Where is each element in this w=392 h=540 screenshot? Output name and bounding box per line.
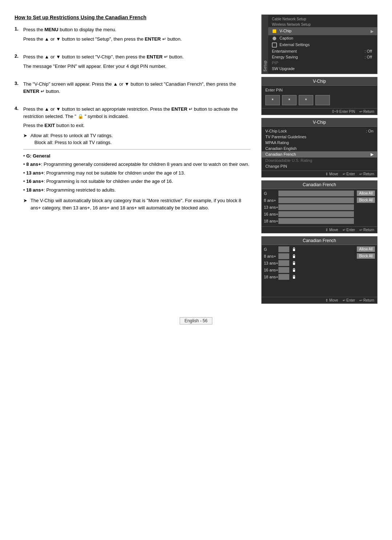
- pin-label: Enter PIN: [262, 86, 377, 94]
- vchip-footer: ⇕ Move ↵ Enter ↩ Return: [262, 171, 377, 177]
- cf2-ratings: G 8 ans+ 13 ans+: [264, 246, 355, 281]
- vchip-note-text: The V-Chip will automatically block any …: [30, 197, 250, 211]
- vchip-cdn-fr-arrow: ▶: [371, 152, 373, 157]
- menu-vchip[interactable]: V-Chip ▶: [268, 27, 377, 35]
- menu-entertainment[interactable]: Entertainment : Off: [268, 48, 377, 54]
- step-4: 4. Press the ▲ or ▼ button to select an …: [15, 106, 250, 213]
- menu-pip[interactable]: PIP: [268, 60, 377, 66]
- vchip-cdn-en[interactable]: Canadian English: [262, 146, 377, 151]
- vchip-mpaa-label: MPAA Rating: [265, 140, 289, 145]
- cf1-footer: ⇕ Move ↵ Enter ↩ Return: [262, 226, 377, 233]
- vchip-tv-label: TV Parental Guidelines: [265, 135, 306, 139]
- allow-all-button[interactable]: Allow All: [357, 191, 375, 196]
- pin-box-3[interactable]: *: [299, 95, 313, 105]
- pin-title: V-Chip: [262, 77, 377, 86]
- svg-rect-2: [272, 43, 277, 47]
- arrow-sym: ➤: [23, 132, 28, 146]
- menu-energy[interactable]: Energy Saving : Off: [268, 54, 377, 60]
- step-4-number: 4.: [15, 106, 20, 213]
- bullet-16: 16 ans+: Programming is not suitable for…: [23, 178, 250, 185]
- step-1-line-2: Press the ▲ or ▼ button to select "Setup…: [23, 36, 250, 43]
- pin-box-1[interactable]: *: [265, 95, 280, 105]
- left-column: How to Set up Restrictions Using the Can…: [15, 15, 261, 304]
- step-4-line-2: Press the EXIT button to exit.: [23, 122, 250, 129]
- menu-pip-label: PIP: [272, 61, 278, 65]
- setup-side-label: Setup: [262, 15, 268, 74]
- menu-caption-label: Caption: [272, 36, 293, 41]
- vchip-lock-label: V-Chip Lock: [265, 129, 287, 133]
- vchip-change-pin-label: Change PIN: [265, 164, 287, 168]
- vchip-move: ⇕ Move: [325, 172, 338, 176]
- vchip-note: ➤ The V-Chip will automatically block an…: [23, 197, 250, 211]
- cf2-row-18[interactable]: 18 ans+: [264, 274, 355, 280]
- setup-panel: Setup Cable Network Setup Wireless Netwo…: [261, 15, 377, 74]
- cf2-label-18: 18 ans+: [264, 275, 278, 279]
- cf2-bar-16: [278, 267, 289, 273]
- cf-panel-1: Canadian French G 8 ans+ 13 ans+: [261, 180, 377, 233]
- vchip-cdn-fr[interactable]: Canadian French ▶: [262, 151, 377, 158]
- lock-icon-18: [292, 275, 296, 279]
- vchip-cdn-fr-label: Canadian French: [265, 152, 296, 157]
- cf2-return: ↩ Return: [359, 298, 374, 302]
- cf2-label-16: 16 ans+: [264, 268, 278, 272]
- divider: [23, 149, 250, 150]
- vchip-title: V-Chip: [262, 118, 377, 127]
- page-footer: English - 56: [15, 318, 377, 323]
- pin-boxes: * * *: [262, 94, 377, 108]
- cf2-label-13: 13 ans+: [264, 261, 278, 265]
- step-3-number: 3.: [15, 81, 20, 97]
- step-1-line-1: Press the MENU button to display the men…: [23, 26, 250, 33]
- menu-entertainment-value: : Off: [364, 49, 372, 53]
- vchip-change-pin[interactable]: Change PIN: [262, 163, 377, 169]
- cf1-row-8[interactable]: 8 ans+: [264, 197, 355, 203]
- vchip-dl[interactable]: Downloadable U.S. Rating: [262, 158, 377, 163]
- menu-external[interactable]: External Settings: [268, 42, 377, 48]
- cf1-row-g[interactable]: G: [264, 191, 355, 196]
- cf2-move: ⇕ Move: [325, 298, 338, 302]
- page-container: How to Set up Restrictions Using the Can…: [15, 15, 377, 304]
- cf1-row-16[interactable]: 16 ans+: [264, 211, 355, 217]
- cf2-row-13[interactable]: 13 ans+: [264, 260, 355, 266]
- arrow-sym-2: ➤: [23, 197, 28, 211]
- menu-sw[interactable]: SW Upgrade: [268, 66, 377, 72]
- cf2-title: Canadian French: [262, 237, 377, 245]
- menu-sw-label: SW Upgrade: [272, 66, 295, 71]
- menu-cable-label: Cable Network Setup: [272, 17, 306, 21]
- cf1-bar-13: [278, 204, 354, 210]
- cf2-row-16[interactable]: 16 ans+: [264, 267, 355, 273]
- cf2-buttons: Allow All Block All: [355, 246, 375, 281]
- block-all-button-2[interactable]: Block All: [357, 253, 375, 259]
- pin-enter-hint: 0~9 Enter PIN: [332, 110, 355, 114]
- menu-cable: Cable Network Setup: [268, 16, 377, 22]
- vchip-mpaa[interactable]: MPAA Rating: [262, 140, 377, 146]
- menu-entertainment-label: Entertainment: [272, 49, 297, 53]
- cf1-row-18[interactable]: 18 ans+: [264, 218, 355, 224]
- block-all-button[interactable]: Block All: [357, 197, 375, 203]
- cf2-row-8[interactable]: 8 ans+: [264, 253, 355, 259]
- cf1-bar-g: [278, 191, 354, 196]
- pin-panel: V-Chip Enter PIN * * * 0~9 Enter PIN ↩ R…: [261, 77, 377, 115]
- vchip-panel: V-Chip V-Chip Lock : On TV Parental Guid…: [261, 118, 377, 177]
- menu-wireless: Wireless Network Setup: [268, 22, 377, 27]
- cf1-label-18: 18 ans+: [264, 219, 278, 223]
- cf2-row-g[interactable]: G: [264, 246, 355, 252]
- cf2-bar-13: [278, 260, 289, 266]
- allow-all-button-2[interactable]: Allow All: [357, 246, 375, 252]
- vchip-tv[interactable]: TV Parental Guidelines: [262, 134, 377, 140]
- cf1-row-13[interactable]: 13 ans+: [264, 204, 355, 210]
- bullet-13: 13 ans+: Programming may not be suitable…: [23, 169, 250, 177]
- pin-box-4[interactable]: [315, 95, 330, 105]
- pin-box-2[interactable]: *: [282, 95, 297, 105]
- cf2-label-g: G: [264, 247, 278, 251]
- menu-caption[interactable]: Caption: [268, 35, 377, 42]
- step-2-number: 2.: [15, 53, 20, 72]
- bullets-list: G: General 8 ans+: Programming generally…: [23, 152, 250, 194]
- vchip-enter: ↵ Enter: [343, 172, 355, 176]
- cf1-bar-16: [278, 211, 354, 217]
- menu-external-label: External Settings: [272, 42, 310, 48]
- setup-menu-items: Cable Network Setup Wireless Network Set…: [268, 15, 377, 74]
- cf2-bar-g: [278, 246, 289, 252]
- cf2-body: G 8 ans+ 13 ans+: [262, 245, 377, 282]
- svg-rect-5: [293, 263, 295, 265]
- vchip-lock[interactable]: V-Chip Lock : On: [262, 128, 377, 134]
